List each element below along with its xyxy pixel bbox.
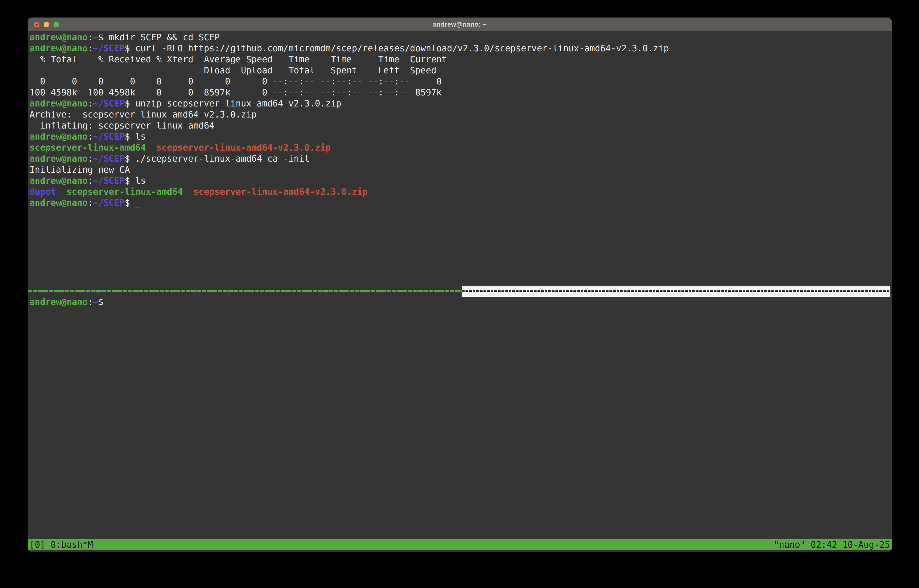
terminal-line: depot scepserver-linux-amd64 scepserver-… — [29, 186, 891, 197]
terminal-line: andrew@nano:~$ — [29, 297, 891, 308]
terminal-line: andrew@nano:~/SCEP$ ls — [29, 131, 891, 142]
terminal-line: Initializing new CA — [29, 164, 891, 175]
terminal-line: andrew@nano:~/SCEP$ curl -RLO https://gi… — [29, 43, 891, 54]
pane-divider[interactable] — [28, 286, 892, 297]
terminal-line: andrew@nano:~$ mkdir SCEP && cd SCEP — [29, 32, 891, 43]
terminal-line: andrew@nano:~/SCEP$ ls — [29, 175, 891, 186]
minimize-button[interactable] — [44, 22, 49, 27]
status-host-clock: "nano" 02:42 10-Aug-25 — [772, 540, 892, 550]
status-window-list[interactable]: [0] 0:bash*M — [28, 540, 95, 550]
terminal-line: Dload Upload Total Spent Left Speed — [29, 65, 891, 76]
pane-divider-dashed-line — [28, 291, 462, 292]
traffic-light-buttons — [34, 18, 59, 31]
bottom-pane[interactable]: andrew@nano:~$ — [29, 297, 891, 308]
close-button[interactable] — [34, 22, 39, 27]
terminal-line: 0 0 0 0 0 0 0 0 --:--:-- --:--:-- --:--:… — [29, 76, 891, 87]
terminal-line: 100 4598k 100 4598k 0 0 8597k 0 --:--:--… — [29, 87, 891, 98]
terminal-line: scepserver-linux-amd64 scepserver-linux-… — [29, 142, 891, 153]
terminal-line: andrew@nano:~/SCEP$ ./scepserver-linux-a… — [29, 153, 891, 164]
pane-divider-dark-dashes — [462, 291, 890, 292]
window-title: andrew@nano: ~ — [28, 21, 892, 28]
terminal-line: Archive: scepserver-linux-amd64-v2.3.0.z… — [29, 109, 891, 120]
top-pane[interactable]: andrew@nano:~$ mkdir SCEP && cd SCEPandr… — [29, 32, 891, 208]
window-titlebar[interactable]: andrew@nano: ~ — [28, 18, 892, 32]
pane-divider-highlighted-region — [462, 286, 890, 297]
terminal-line: andrew@nano:~/SCEP$ _ — [29, 197, 891, 208]
tmux-status-bar: [0] 0:bash*M "nano" 02:42 10-Aug-25 — [28, 540, 892, 550]
terminal-window: andrew@nano: ~ andrew@nano:~$ mkdir SCEP… — [28, 18, 892, 552]
zoom-button[interactable] — [53, 22, 59, 27]
terminal-line: andrew@nano:~/SCEP$ unzip scepserver-lin… — [29, 98, 891, 109]
terminal-line: % Total % Received % Xferd Average Speed… — [29, 54, 891, 65]
tmux-session-area: andrew@nano:~$ mkdir SCEP && cd SCEPandr… — [28, 32, 892, 552]
terminal-line: inflating: scepserver-linux-amd64 — [29, 120, 891, 131]
